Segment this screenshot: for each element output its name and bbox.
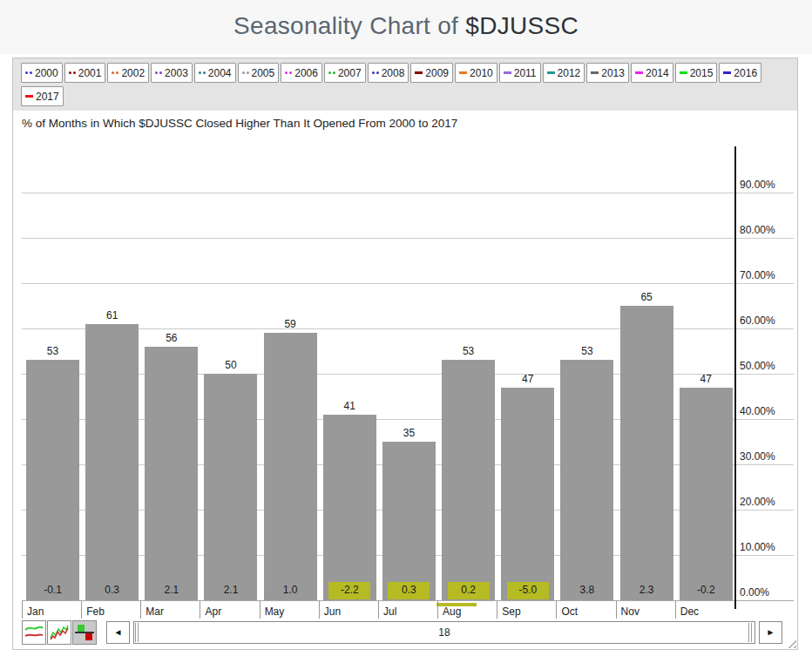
y-axis-label: 50.00% xyxy=(740,360,792,372)
bar-value-label-Dec: 47 xyxy=(680,373,733,385)
month-label-Apr: Apr xyxy=(205,605,221,618)
y-axis-label: 0.00% xyxy=(740,586,792,599)
resize-handle-icon[interactable] xyxy=(785,637,796,648)
scrollbar-right-grip-icon[interactable] xyxy=(748,623,754,642)
bar-chart-plot-area: 0.00%10.00%20.00%30.00%40.00%50.00%60.00… xyxy=(13,138,797,630)
year-button-label: 2003 xyxy=(165,67,188,79)
jagged-lines-chart-type-button[interactable] xyxy=(47,620,71,645)
dot xyxy=(372,71,375,74)
y-axis-label: 60.00% xyxy=(740,315,792,327)
year-button-2014[interactable]: 2014 xyxy=(631,63,673,83)
dots-marker-icon xyxy=(112,71,118,74)
jagged-lines-icon xyxy=(49,622,70,643)
month-label-Jan: Jan xyxy=(27,605,44,618)
year-button-label: 2007 xyxy=(338,67,362,79)
year-button-2004[interactable]: 2004 xyxy=(194,63,236,83)
dots-marker-icon xyxy=(155,71,162,74)
dash-marker-icon xyxy=(635,71,643,74)
year-button-label: 2006 xyxy=(294,67,318,79)
bar-May xyxy=(264,333,317,600)
year-button-label: 2001 xyxy=(78,67,102,79)
year-button-2000[interactable]: 2000 xyxy=(21,63,63,83)
gridline-90.00% xyxy=(22,193,794,193)
dot xyxy=(247,71,249,74)
year-button-bar: 2000200120022003200420052006200720082009… xyxy=(13,58,797,111)
dot xyxy=(159,71,162,74)
bar-value-label-Aug: 53 xyxy=(442,345,495,357)
year-button-2011[interactable]: 2011 xyxy=(499,63,541,83)
bar-value-label-Sep: 47 xyxy=(501,373,554,385)
bar-value-label-Feb: 61 xyxy=(85,309,139,321)
dash-marker-icon xyxy=(504,71,511,74)
page-title: Seasonality Chart of $DJUSSC xyxy=(0,0,812,52)
bar-Jan xyxy=(26,360,79,600)
year-button-2001[interactable]: 2001 xyxy=(64,63,106,83)
year-button-2010[interactable]: 2010 xyxy=(455,63,497,83)
scrollbar-value: 18 xyxy=(438,626,450,639)
smooth-lines-icon xyxy=(24,622,44,643)
year-button-row: 2017 xyxy=(21,86,789,106)
year-button-2006[interactable]: 2006 xyxy=(281,63,322,83)
year-button-2005[interactable]: 2005 xyxy=(238,63,280,83)
right-arrow-icon: ► xyxy=(767,627,775,637)
dots-marker-icon xyxy=(199,71,206,74)
dash xyxy=(680,71,687,74)
year-range-scrollbar[interactable]: 18 xyxy=(133,621,755,644)
dash-marker-icon xyxy=(459,71,467,74)
month-tick-Feb xyxy=(81,600,82,619)
year-button-2007[interactable]: 2007 xyxy=(324,63,366,83)
year-button-2016[interactable]: 2016 xyxy=(719,63,761,83)
year-button-2012[interactable]: 2012 xyxy=(543,63,585,83)
month-label-May: May xyxy=(265,605,285,618)
scroll-right-button[interactable]: ► xyxy=(759,621,782,644)
dot xyxy=(69,71,71,74)
year-button-label: 2004 xyxy=(208,67,232,79)
dash xyxy=(415,71,423,74)
bar-Dec xyxy=(680,388,733,600)
month-label-Aug: Aug xyxy=(443,605,461,618)
bar-bottom-value-label-Dec: -0.2 xyxy=(680,584,733,596)
year-button-label: 2015 xyxy=(690,67,714,79)
month-label-Dec: Dec xyxy=(680,605,699,618)
year-button-label: 2002 xyxy=(121,67,145,79)
year-button-2002[interactable]: 2002 xyxy=(107,63,149,83)
year-button-2017[interactable]: 2017 xyxy=(21,86,64,106)
dot xyxy=(289,71,292,74)
y-axis-label: 70.00% xyxy=(740,269,792,281)
month-tick-Sep xyxy=(497,600,497,619)
dash xyxy=(504,71,511,74)
scroll-left-button[interactable]: ◄ xyxy=(106,621,130,644)
bar-Nov xyxy=(620,306,673,600)
bar-Apr xyxy=(204,374,257,600)
chart-subtitle: % of Months in Which $DJUSSC Closed High… xyxy=(13,111,797,138)
dash-marker-icon xyxy=(25,95,33,98)
year-button-2015[interactable]: 2015 xyxy=(675,63,718,83)
bar-Feb xyxy=(85,324,139,600)
scrollbar-left-grip-icon[interactable] xyxy=(135,623,140,642)
year-button-2009[interactable]: 2009 xyxy=(410,63,453,83)
dash-marker-icon xyxy=(547,71,555,74)
year-button-label: 2013 xyxy=(601,67,625,79)
bar-Aug xyxy=(442,360,495,600)
smooth-lines-chart-type-button[interactable] xyxy=(22,620,46,645)
seasonality-chart-panel: 2000200120022003200420052006200720082009… xyxy=(12,58,798,650)
year-button-label: 2000 xyxy=(35,67,58,79)
dot xyxy=(112,71,114,74)
month-tick-Jul xyxy=(378,600,379,619)
bar-value-label-Apr: 50 xyxy=(204,359,257,371)
dash-marker-icon xyxy=(680,71,687,74)
dots-marker-icon xyxy=(285,71,292,74)
year-button-2013[interactable]: 2013 xyxy=(586,63,629,83)
dot xyxy=(242,71,245,74)
bar-bottom-value-label-Sep: -5.0 xyxy=(501,584,554,596)
year-button-2003[interactable]: 2003 xyxy=(151,63,193,83)
year-button-label: 2010 xyxy=(470,67,493,79)
bar-bottom-value-label-Jan: -0.1 xyxy=(26,584,79,596)
dots-marker-icon xyxy=(242,71,249,74)
bar-chart-type-button[interactable] xyxy=(72,620,97,645)
year-button-2008[interactable]: 2008 xyxy=(368,63,409,83)
bar-bottom-value-label-May: 1.0 xyxy=(264,584,317,596)
bar-bottom-value-label-Oct: 3.8 xyxy=(560,584,613,596)
year-button-label: 2005 xyxy=(252,67,275,79)
month-tick-Jan xyxy=(22,600,23,619)
